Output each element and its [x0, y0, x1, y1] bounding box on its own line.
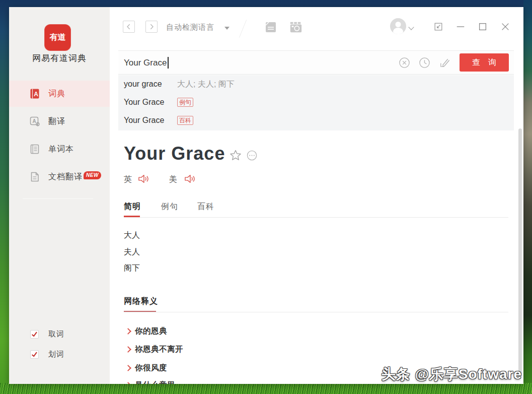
close-button[interactable]	[500, 22, 510, 32]
web-definition-row[interactable]: 你的恩典	[126, 326, 167, 337]
maximize-button[interactable]	[478, 22, 488, 32]
toggle-word-capture[interactable]: 取词	[9, 328, 110, 340]
clear-input-icon[interactable]	[399, 57, 410, 69]
suggestion-term: Your Grace	[124, 98, 177, 107]
suggestion-item[interactable]: Your Grace 例句	[124, 93, 193, 111]
back-button[interactable]	[123, 21, 135, 33]
query-button[interactable]: 查 询	[460, 53, 509, 72]
wiki-badge: 百科	[177, 116, 193, 125]
sidebar-item-label: 词典	[48, 89, 65, 99]
new-badge: NEW	[84, 171, 101, 179]
web-definition-row[interactable]: 祢恩典不离开	[126, 344, 183, 355]
background-grass-strip	[0, 383, 532, 394]
favorite-star-icon[interactable]	[230, 149, 242, 161]
minimize-button[interactable]	[455, 22, 466, 32]
toolbar-divider	[239, 20, 247, 38]
accent-us-label: 美	[169, 174, 177, 185]
tab-concise[interactable]: 简明	[124, 202, 141, 212]
sidebar-item-wordbook[interactable]: 单词本	[9, 136, 110, 162]
definition-item: 大人	[124, 230, 140, 241]
search-panel: Your Grace 查 询	[118, 50, 514, 130]
checkbox-checked-icon[interactable]	[30, 350, 39, 359]
suggestion-term: Your Grace	[124, 116, 177, 125]
chevron-right-icon	[125, 346, 131, 353]
language-selector[interactable]: 自动检测语言	[166, 23, 214, 32]
toggle-label: 取词	[48, 330, 64, 339]
suggestion-term: your grace	[124, 80, 177, 89]
more-options-icon[interactable]	[247, 150, 257, 161]
sidebar-item-label: 翻译	[48, 116, 65, 127]
sidebar-item-label: 单词本	[48, 144, 74, 155]
sidebar-item-label: 文档翻译	[48, 172, 83, 182]
web-definitions-title: 网络释义	[124, 296, 158, 307]
chevron-left-icon	[125, 23, 133, 31]
search-input[interactable]: Your Grace	[124, 51, 169, 75]
web-definition-row[interactable]: 是什么意思	[126, 380, 175, 384]
search-row: Your Grace 查 询	[118, 51, 514, 75]
svg-text:A: A	[32, 118, 36, 124]
headword: Your Grace	[124, 143, 225, 164]
accent-uk-label: 英	[124, 174, 132, 185]
speaker-us-icon[interactable]	[184, 174, 196, 184]
content-scrollbar[interactable]	[518, 128, 522, 375]
user-icon	[390, 18, 406, 34]
speaker-uk-icon[interactable]	[138, 174, 149, 184]
text-cursor	[168, 57, 169, 69]
search-suggestions: your grace 大人; 夫人; 阁下 Your Grace 例句 Your…	[118, 75, 514, 130]
app-title: 网易有道词典	[9, 52, 110, 64]
web-definition-row[interactable]: 你很风度	[126, 363, 167, 373]
sidebar: 有道 网易有道词典 A 词典 A 翻译	[9, 7, 110, 384]
chevron-right-icon	[125, 328, 131, 335]
chevron-right-icon	[125, 365, 131, 371]
maximize-icon	[478, 22, 488, 32]
tab-wiki[interactable]: 百科	[197, 202, 214, 212]
minimize-icon	[455, 22, 466, 32]
app-window: 有道 网易有道词典 A 词典 A 翻译	[9, 7, 523, 384]
web-section-underline	[124, 312, 508, 312]
tab-examples[interactable]: 例句	[161, 202, 178, 212]
definition-item: 夫人	[124, 247, 140, 257]
suggestion-item[interactable]: your grace 大人; 夫人; 阁下	[124, 75, 235, 93]
account-chevron-icon[interactable]	[408, 24, 414, 30]
avatar[interactable]	[390, 18, 406, 34]
compact-mode-button[interactable]	[433, 22, 443, 32]
svg-text:A: A	[34, 91, 38, 98]
web-definition-text: 是什么意思	[135, 380, 175, 384]
web-definition-text: 你的恩典	[135, 326, 167, 337]
tab-underline	[124, 217, 508, 218]
document-icon	[29, 171, 40, 182]
toggle-word-select[interactable]: 划词	[9, 348, 110, 360]
forward-button[interactable]	[145, 21, 158, 33]
web-definition-text: 你很风度	[135, 363, 167, 373]
sidebar-item-translate[interactable]: A 翻译	[9, 108, 110, 135]
suggestion-hint: 大人; 夫人; 阁下	[177, 79, 235, 90]
translate-icon: A	[29, 116, 40, 127]
wordbook-icon	[29, 144, 40, 155]
handwriting-input-icon[interactable]	[439, 57, 450, 69]
chevron-down-icon[interactable]	[224, 27, 230, 30]
document-lookup-icon[interactable]	[264, 21, 277, 33]
dictionary-icon: A	[29, 88, 40, 99]
suggestion-item[interactable]: Your Grace 百科	[124, 111, 193, 129]
chevron-right-icon	[147, 23, 156, 31]
definition-item: 阁下	[124, 263, 140, 274]
toggle-label: 划词	[48, 350, 64, 359]
history-clock-icon[interactable]	[419, 57, 430, 69]
background-right-strip	[523, 0, 532, 394]
sidebar-divider	[23, 199, 93, 199]
close-icon	[500, 22, 510, 32]
watermark: 头条 @乐享Software	[382, 365, 522, 384]
web-definition-text: 祢恩典不离开	[135, 344, 183, 355]
search-input-value: Your Grace	[124, 58, 167, 68]
sidebar-item-doc-translate[interactable]: 文档翻译 NEW	[9, 164, 110, 190]
compact-mode-icon	[433, 22, 443, 32]
sidebar-item-dictionary[interactable]: A 词典	[9, 81, 110, 107]
screenshot-camera-icon[interactable]	[289, 21, 302, 33]
chevron-right-icon	[125, 382, 131, 384]
example-badge: 例句	[177, 98, 193, 107]
desktop-background: 有道 网易有道词典 A 词典 A 翻译	[0, 0, 532, 394]
logo-text: 有道	[50, 32, 66, 43]
youdao-logo: 有道	[44, 24, 71, 51]
checkbox-checked-icon[interactable]	[30, 330, 39, 339]
